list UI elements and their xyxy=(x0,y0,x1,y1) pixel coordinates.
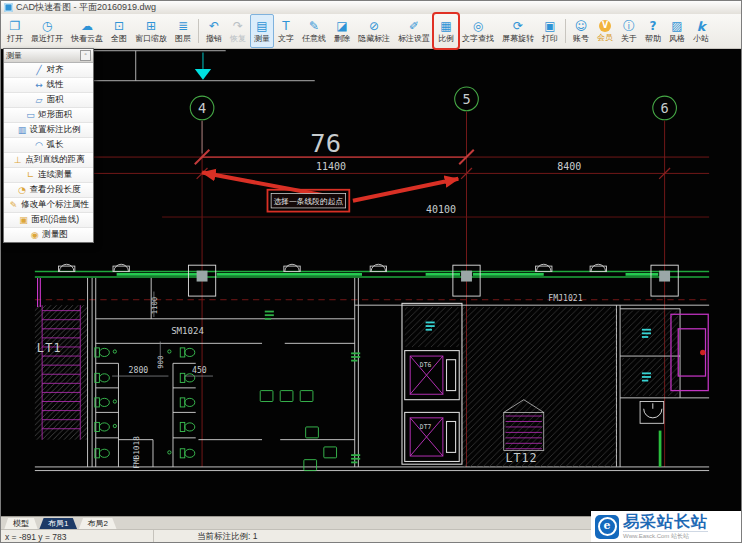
toolbar-button-label: 账号 xyxy=(573,34,589,43)
measure-panel-item-set-annotation-scale[interactable]: ▥设置标注比例 xyxy=(4,123,93,138)
app-window: CAD快速看图 - 平面20160919.dwg ❐打开◷最近打开☁快看云盘⊡全… xyxy=(0,0,742,543)
toolbar-separator xyxy=(198,19,199,43)
measure-panel-item-label: 弧长 xyxy=(47,139,64,151)
toolbar-button-recent-open[interactable]: ◷最近打开 xyxy=(27,14,67,48)
k-site-icon: k xyxy=(697,20,706,33)
measure-panel-item-point-line-distance[interactable]: ⊥点到直线的距离 xyxy=(4,153,93,168)
watermark-subtitle: Www.Easck.Com 站长站 xyxy=(623,531,708,539)
dimension-40100: 40100 xyxy=(426,204,456,215)
measure-panel-item-rect-area[interactable]: ▭矩形面积 xyxy=(4,108,93,123)
watermark-logo-icon: e xyxy=(595,515,619,539)
printer-icon: ▣ xyxy=(544,20,555,33)
folder-open-icon: ❐ xyxy=(10,20,21,33)
toolbar-separator xyxy=(565,19,566,43)
measure-panel-header[interactable]: 测量 ▫ xyxy=(4,49,93,63)
toolbar-button-label: 关于 xyxy=(621,34,637,43)
set-scale-icon: ▥ xyxy=(17,125,28,135)
app-icon xyxy=(4,3,13,12)
measure-panel-item-label: 连续测量 xyxy=(38,169,72,181)
layers-icon: ≣ xyxy=(178,20,188,33)
style-icon: ▨ xyxy=(671,20,682,33)
toolbar-button-label: 图层 xyxy=(175,34,191,43)
measure-result-text: 76 xyxy=(310,128,341,158)
toolbar-button-label: 标注设置 xyxy=(398,34,430,43)
toolbar-button-window-zoom[interactable]: ⊞窗口缩放 xyxy=(131,14,171,48)
toolbar-button-label: 全图 xyxy=(111,34,127,43)
site-watermark[interactable]: e 易采站长站 Www.Easck.Com 站长站 xyxy=(591,511,741,542)
toolbar-button-annotation-settings[interactable]: ✐标注设置 xyxy=(394,14,434,48)
toolbar-button-print[interactable]: ▣打印 xyxy=(538,14,562,48)
annotation-settings-icon: ✐ xyxy=(409,20,419,33)
toolbar-button-vip[interactable]: V会员 xyxy=(593,14,617,48)
measure-panel-item-linear[interactable]: ↔线性 xyxy=(4,78,93,93)
toolbar-button-open[interactable]: ❐打开 xyxy=(3,14,27,48)
measure-panel-item-label: 修改单个标注属性 xyxy=(21,199,89,211)
toolbar-button-cloud-disk[interactable]: ☁快看云盘 xyxy=(67,14,107,48)
full-extent-icon: ⊡ xyxy=(114,20,124,33)
measure-panel-item-label: 查看分段长度 xyxy=(30,184,81,196)
drawing-canvas[interactable]: 4 5 6 76 11400 8400 40100 xyxy=(1,48,742,516)
grid-bubble-4: 4 xyxy=(198,100,206,116)
measure-panel-item-segment-length[interactable]: ◔查看分段长度 xyxy=(4,183,93,198)
area-icon: ▱ xyxy=(34,95,45,105)
toolbar-button-free-line[interactable]: ✎任意线 xyxy=(298,14,330,48)
toolbar-button-label: 风格 xyxy=(669,34,685,43)
toolbar-button-label: 比例 xyxy=(438,34,454,43)
measure-panel-item-area-along-curve[interactable]: ▣面积(沿曲线) xyxy=(4,213,93,228)
measure-panel-item-measure-map[interactable]: ◉测量图 xyxy=(4,228,93,242)
help-icon: ? xyxy=(650,20,657,33)
toolbar-button-about[interactable]: ⓘ关于 xyxy=(617,14,641,48)
label-fmj1021: FMJ1021 xyxy=(548,293,582,303)
toolbar-button-layers[interactable]: ≣图层 xyxy=(171,14,195,48)
panel-pin-icon[interactable]: ▫ xyxy=(80,50,91,61)
measure-panel-items: ╱对齐↔线性▱面积▭矩形面积▥设置标注比例◠弧长⊥点到直线的距离∟连续测量◔查看… xyxy=(4,63,93,242)
label-fmb1018: FMB1018 xyxy=(132,436,141,469)
toolbar-button-style[interactable]: ▨风格 xyxy=(665,14,689,48)
rect-area-icon: ▭ xyxy=(25,110,36,120)
measure-panel-item-align[interactable]: ╱对齐 xyxy=(4,63,93,78)
point-line-icon: ⊥ xyxy=(12,155,23,165)
toolbar-button-delete[interactable]: ◪删除 xyxy=(330,14,354,48)
toolbar-button-label: 快看云盘 xyxy=(71,34,103,43)
toolbar-button-label: 小站 xyxy=(693,34,709,43)
pencil-icon: ✎ xyxy=(309,20,319,33)
toolbar-button-account[interactable]: ☺账号 xyxy=(569,14,593,48)
toolbar-button-find-text[interactable]: ◎文字查找 xyxy=(458,14,498,48)
undo-icon: ↶ xyxy=(209,20,219,33)
current-annotation-scale: 当前标注比例: 1 xyxy=(197,531,257,543)
toolbar-button-hide-annotation[interactable]: ⊘隐藏标注 xyxy=(354,14,394,48)
measure-panel: 测量 ▫ ╱对齐↔线性▱面积▭矩形面积▥设置标注比例◠弧长⊥点到直线的距离∟连续… xyxy=(3,48,94,243)
measure-map-icon: ◉ xyxy=(29,230,40,240)
toolbar-button-help[interactable]: ?帮助 xyxy=(641,14,665,48)
label-sm1024: SM1024 xyxy=(171,326,204,336)
linear-icon: ↔ xyxy=(34,80,45,90)
arc-icon: ◠ xyxy=(34,140,45,150)
redo-icon: ↷ xyxy=(233,20,243,33)
label-dt7: DT7 xyxy=(420,423,432,430)
stair-lt1: LT1 xyxy=(35,278,88,440)
toolbar-button-label: 隐藏标注 xyxy=(358,34,390,43)
area-curve-icon: ▣ xyxy=(18,215,29,225)
hide-annotation-icon: ⊘ xyxy=(369,20,379,33)
toolbar-button-label: 恢复 xyxy=(230,34,246,43)
toolbar-button-site[interactable]: k小站 xyxy=(689,14,713,48)
curtain-wall xyxy=(35,272,709,277)
align-icon: ╱ xyxy=(34,65,45,75)
toolbar-button-text[interactable]: T文字 xyxy=(274,14,298,48)
toolbar-button-full-view[interactable]: ⊡全图 xyxy=(107,14,131,48)
toolbar-button-undo[interactable]: ↶撤销 xyxy=(202,14,226,48)
measure-panel-item-label: 点到直线的距离 xyxy=(25,154,85,166)
toolbar-button-measure[interactable]: ▤测量 xyxy=(250,14,274,48)
measure-panel-item-label: 面积(沿曲线) xyxy=(31,214,79,226)
toolbar-button-redo[interactable]: ↷恢复 xyxy=(226,14,250,48)
text-icon: T xyxy=(282,20,289,33)
measure-panel-item-area[interactable]: ▱面积 xyxy=(4,93,93,108)
sink-symbol xyxy=(640,401,664,423)
toolbar-button-rotate-screen[interactable]: ⟳屏幕旋转 xyxy=(498,14,538,48)
floor-plan: LT1 xyxy=(35,264,709,470)
toolbar-button-scale[interactable]: ▦比例 xyxy=(434,14,458,48)
measure-panel-item-arc-length[interactable]: ◠弧长 xyxy=(4,138,93,153)
measure-panel-item-modify-annotation[interactable]: ✎修改单个标注属性 xyxy=(4,198,93,213)
measure-panel-item-continuous-measure[interactable]: ∟连续测量 xyxy=(4,168,93,183)
toolbar-button-label: 撤销 xyxy=(206,34,222,43)
